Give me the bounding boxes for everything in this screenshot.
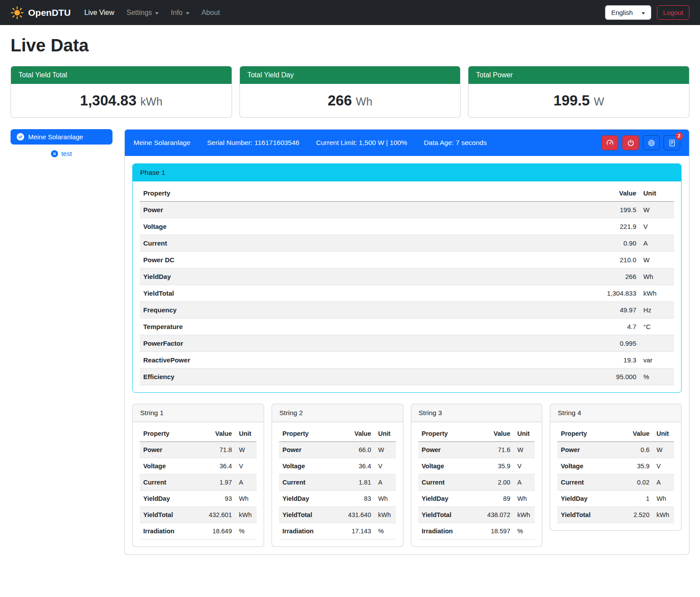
unit-cell: W (514, 442, 535, 458)
table-row: YieldTotal2.520kWh (557, 507, 674, 523)
value-cell: 93 (193, 491, 236, 507)
language-select[interactable]: English (605, 5, 651, 20)
main-nav: Live View Settings Info About (80, 5, 225, 20)
table-row: Irradiation18.597% (418, 523, 535, 539)
unit-cell: Wh (375, 491, 396, 507)
nav-item-label: Live View (84, 9, 114, 17)
property-cell: Power (140, 442, 193, 458)
string-table: Property Value Unit Power71.6WVoltage35.… (418, 426, 535, 539)
value-cell: 210.0 (439, 252, 640, 268)
navbar-right: English Logout (605, 5, 689, 20)
unit-cell: W (640, 252, 674, 268)
unit-cell: V (514, 458, 535, 474)
inverter-card-body: Phase 1 Property Value Unit Power199.5WV… (125, 156, 689, 554)
string-card-4: String 4 Property Value Unit (550, 404, 682, 531)
unit-cell: W (640, 202, 674, 218)
summary-card-total-yield-total: Total Yield Total 1,304.83kWh (11, 66, 232, 118)
table-header-row: Property Value Unit (140, 185, 674, 202)
value-cell: 35.9 (616, 458, 653, 474)
property-cell: YieldTotal (279, 507, 333, 523)
summary-unit: W (594, 95, 604, 108)
table-row: YieldTotal438.072kWh (418, 507, 535, 523)
nav-item-about[interactable]: About (197, 5, 225, 20)
limit-settings-button[interactable] (602, 135, 618, 150)
unit-cell: % (514, 523, 535, 539)
property-cell: Power (418, 442, 472, 458)
table-row: Power DC210.0W (140, 252, 674, 268)
table-row: YieldDay89Wh (418, 491, 535, 507)
table-row: Voltage35.9V (557, 458, 674, 474)
unit-cell: Wh (236, 491, 257, 507)
summary-card-total-power: Total Power 199.5W (468, 66, 689, 118)
chevron-down-icon (642, 12, 645, 14)
table-row: Power0.6W (557, 442, 674, 458)
value-cell: 36.4 (333, 458, 375, 474)
property-cell: Efficiency (140, 369, 439, 385)
inverter-limit: Current Limit: 1,500 W | 100% (316, 139, 407, 147)
inverter-actions: 2 (602, 135, 680, 150)
property-cell: Voltage (279, 458, 333, 474)
value-cell: 199.5 (439, 202, 640, 218)
unit-cell: A (640, 235, 674, 252)
nav-item-info[interactable]: Info (166, 5, 194, 20)
inverter-select-button[interactable]: Meine Solaranlage (11, 129, 112, 145)
value-cell: 221.9 (439, 218, 640, 235)
table-header-row: Property Value Unit (279, 426, 396, 442)
unit-cell: Wh (653, 491, 674, 507)
value-cell: 66.0 (333, 442, 375, 458)
unit-cell: A (375, 474, 396, 491)
unit-cell: Hz (640, 302, 674, 318)
phase-table: Property Value Unit Power199.5WVoltage22… (140, 185, 674, 385)
summary-card-body: 199.5W (468, 84, 689, 117)
table-row: Current1.97A (140, 474, 257, 491)
unit-cell: A (514, 474, 535, 491)
property-cell: Current (418, 474, 472, 491)
value-cell: 1.81 (333, 474, 375, 491)
nav-item-settings[interactable]: Settings (122, 5, 163, 20)
event-log-button[interactable]: 2 (664, 135, 680, 150)
string-table-body: Power71.6WVoltage35.9VCurrent2.00AYieldD… (418, 442, 535, 539)
unit-cell: A (653, 474, 674, 491)
property-cell: PowerFactor (140, 335, 439, 352)
unit-cell: kWh (640, 285, 674, 302)
table-row: Irradiation18.649% (140, 523, 257, 539)
table-row: YieldDay83Wh (279, 491, 396, 507)
property-cell: Power (557, 442, 615, 458)
table-row: ReactivePower19.3var (140, 352, 674, 369)
value-cell: 431.640 (333, 507, 375, 523)
table-row: Voltage35.9V (418, 458, 535, 474)
device-info-button[interactable] (643, 135, 660, 150)
property-cell: YieldDay (140, 491, 193, 507)
column-value: Value (616, 426, 653, 442)
power-button[interactable] (622, 135, 639, 150)
table-row: Irradiation17.143% (279, 523, 396, 539)
column-unit: Unit (236, 426, 257, 442)
unit-cell: var (640, 352, 674, 369)
unit-cell: W (375, 442, 396, 458)
table-header-row: Property Value Unit (418, 426, 535, 442)
table-row: Power199.5W (140, 202, 674, 218)
table-row: YieldDay266Wh (140, 268, 674, 285)
page-title: Live Data (11, 36, 689, 55)
tag-label: test (61, 150, 72, 157)
column-unit: Unit (514, 426, 535, 442)
logout-button[interactable]: Logout (657, 5, 689, 20)
column-property: Property (279, 426, 333, 442)
nav-item-live-view[interactable]: Live View (80, 5, 119, 20)
summary-unit: Wh (356, 95, 373, 108)
string-table: Property Value Unit Power71.8WVoltage36.… (140, 426, 257, 539)
navbar: OpenDTU Live View Settings Info About En… (0, 0, 700, 25)
content-row: Meine Solaranlage test Meine Solaranlage… (11, 129, 689, 555)
property-cell: Power (140, 202, 439, 218)
unit-cell: V (236, 458, 257, 474)
table-row: YieldDay1Wh (557, 491, 674, 507)
inverter-selector-sidebar: Meine Solaranlage test (11, 129, 112, 157)
value-cell: 0.995 (439, 335, 640, 352)
string-card-2: String 2 Property Value Unit (272, 404, 403, 547)
summary-card-title: Total Yield Total (11, 66, 232, 84)
value-cell: 71.6 (472, 442, 514, 458)
property-cell: Power (279, 442, 333, 458)
property-cell: ReactivePower (140, 352, 439, 369)
string-card-1: String 1 Property Value Unit (132, 404, 264, 547)
tag-filter-test[interactable]: test (11, 150, 112, 157)
